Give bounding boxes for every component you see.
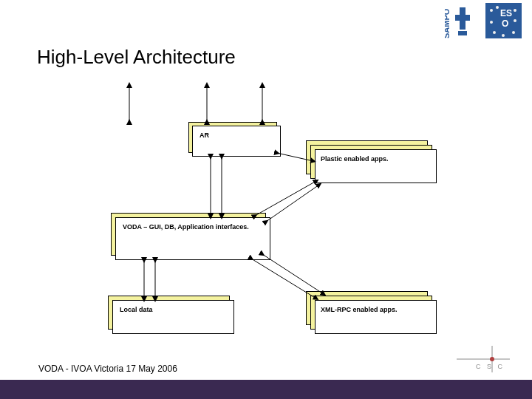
svg-line-26 — [266, 185, 319, 222]
xmlrpc-label: XML-RPC enabled apps. — [321, 306, 398, 313]
footer-text: VODA - IVOA Victoria 17 May 2006 — [38, 364, 177, 374]
xmlrpc-box — [315, 300, 437, 334]
local-box — [112, 300, 234, 334]
footer-band — [0, 380, 532, 399]
svg-line-30 — [262, 254, 324, 294]
plastic-box — [315, 149, 437, 183]
slide-root: SAMPO ES O C S C High-Level Architecture… — [0, 0, 532, 399]
ar-label: AR — [200, 132, 209, 139]
diagram-canvas: AR Plastic enabled apps. VODA – GUI, DB,… — [0, 0, 532, 399]
local-label: Local data — [120, 306, 153, 313]
voda-label: VODA – GUI, DB, Application interfaces. — [123, 223, 249, 231]
ar-box — [192, 126, 281, 157]
arrows — [0, 0, 532, 399]
plastic-label: Plastic enabled apps. — [321, 155, 389, 163]
svg-line-25 — [255, 181, 316, 216]
